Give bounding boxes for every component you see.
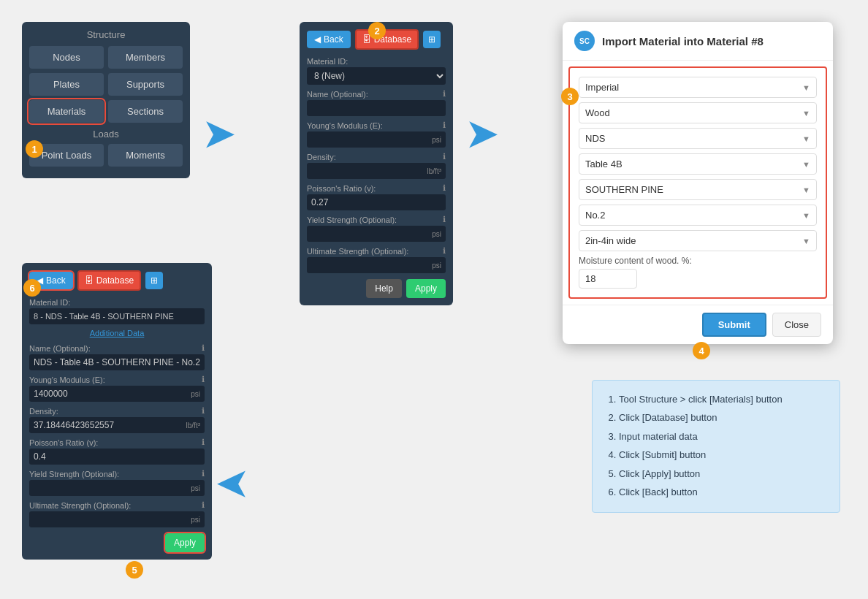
filled-name-label: Name (Optional): ℹ	[29, 343, 205, 353]
database-button-panel2[interactable]: 🗄 Database	[355, 29, 419, 50]
members-button[interactable]: Members	[108, 46, 183, 69]
density-unit: lb/ft³	[427, 167, 441, 175]
instruction-3: Input material data	[619, 428, 826, 445]
help-button[interactable]: Help	[366, 279, 402, 298]
dropdown-table[interactable]: Table 4B ▼	[579, 153, 817, 175]
supports-button[interactable]: Supports	[108, 73, 183, 96]
apply-button-panel2[interactable]: Apply	[406, 279, 446, 298]
structure-title: Structure	[29, 29, 183, 40]
arrow-down-left: ➤	[216, 465, 247, 507]
grid-icon-button[interactable]: ⊞	[423, 31, 441, 48]
dropdown-species[interactable]: SOUTHERN PINE ▼	[579, 179, 817, 200]
dropdown-grade[interactable]: No.2 ▼	[579, 205, 817, 226]
instruction-5: Click [Apply] button	[619, 465, 826, 482]
filled-material-id-label: Material ID:	[29, 298, 205, 307]
chevron-icon-3: ▼	[802, 134, 810, 143]
moments-button[interactable]: Moments	[108, 144, 183, 167]
filled-material-id-select[interactable]: 8 - NDS - Table 4B - SOUTHERN PINE	[29, 308, 205, 324]
yield-unit: psi	[432, 230, 441, 238]
filled-yield-input[interactable]	[29, 480, 205, 496]
chevron-icon-6: ▼	[802, 211, 810, 220]
moisture-label: Moisture content of wood. %:	[579, 256, 817, 266]
additional-data-link[interactable]: Additional Data	[29, 329, 205, 337]
material-form-panel: ◀ Back 🗄 Database ⊞ Material ID: 8 (New)…	[300, 22, 453, 305]
dialog-body: Imperial ▼ Wood ▼ NDS ▼ Table 4B ▼ SOUTH…	[568, 66, 827, 299]
ultimate-label: Ultimate Strength (Optional): ℹ	[307, 246, 446, 256]
dialog-footer: Submit Close	[563, 305, 833, 344]
yield-label: Yield Strength (Optional): ℹ	[307, 215, 446, 224]
database-button-filled[interactable]: 🗄 Database	[77, 270, 141, 291]
arrow-right-1: ➤	[203, 113, 234, 156]
apply-button-filled[interactable]: Apply	[165, 533, 205, 552]
poissons-label: Poisson's Ratio (v): ℹ	[307, 183, 446, 193]
name-input[interactable]	[307, 100, 446, 116]
close-button[interactable]: Close	[772, 313, 821, 337]
youngs-input[interactable]	[307, 131, 446, 148]
loads-buttons: Point Loads Moments	[29, 144, 183, 167]
filled-yield-info-icon: ℹ	[202, 469, 205, 478]
filled-ultimate-input[interactable]	[29, 511, 205, 527]
dropdown-nds[interactable]: NDS ▼	[579, 128, 817, 149]
density-info-icon: ℹ	[443, 152, 446, 161]
filled-yield-field: psi	[29, 480, 205, 496]
filled-density-field: lb/ft³	[29, 417, 205, 433]
ultimate-unit: psi	[432, 262, 441, 270]
filled-density-unit: lb/ft³	[186, 421, 200, 430]
yield-input[interactable]	[307, 226, 446, 242]
youngs-field: psi	[307, 131, 446, 148]
density-input[interactable]	[307, 163, 446, 179]
dropdown-imperial[interactable]: Imperial ▼	[579, 77, 817, 98]
import-dialog: SC Import Material into Material #8 Impe…	[563, 22, 833, 344]
back-button-panel2[interactable]: ◀ Back	[307, 31, 351, 48]
filled-poissons-label: Poisson's Ratio (v): ℹ	[29, 438, 205, 447]
skyciv-logo: SC	[574, 31, 595, 51]
arrow-right-2: ➤	[466, 113, 497, 156]
dropdown-wood[interactable]: Wood ▼	[579, 102, 817, 123]
poissons-input[interactable]	[307, 194, 446, 210]
material-id-label: Material ID:	[307, 57, 446, 66]
nodes-button[interactable]: Nodes	[29, 46, 104, 69]
instruction-6: Click [Back] button	[619, 484, 826, 500]
grid-icon-button-2[interactable]: ⊞	[145, 272, 163, 289]
filled-yield-label: Yield Strength (Optional): ℹ	[29, 469, 205, 478]
dialog-title: Import Material into Material #8	[602, 35, 764, 47]
submit-button[interactable]: Submit	[702, 313, 766, 337]
material-id-select[interactable]: 8 (New)	[307, 67, 446, 85]
ultimate-info-icon: ℹ	[443, 246, 446, 256]
back-arrow-icon: ◀	[314, 34, 321, 45]
filled-ultimate-label: Ultimate Strength (Optional): ℹ	[29, 500, 205, 510]
filled-name-input[interactable]	[29, 354, 205, 370]
filled-density-input[interactable]	[29, 417, 205, 433]
instructions-box: Tool Structure > click [Materials] butto…	[592, 380, 840, 513]
filled-density-info-icon: ℹ	[202, 406, 205, 416]
filled-poissons-info-icon: ℹ	[202, 438, 205, 447]
filled-ultimate-field: psi	[29, 511, 205, 527]
badge-1: 1	[26, 140, 43, 158]
youngs-label: Young's Modulus (E): ℹ	[307, 121, 446, 130]
structure-buttons: Nodes Members Plates Supports Materials …	[29, 46, 183, 123]
filled-material-panel: ◀ Back 🗄 Database ⊞ Material ID: 8 - NDS…	[22, 263, 212, 560]
dialog-header: SC Import Material into Material #8	[563, 22, 833, 61]
moisture-input[interactable]	[579, 269, 637, 289]
dropdown-size[interactable]: 2in-4in wide ▼	[579, 230, 817, 251]
ultimate-field: psi	[307, 257, 446, 273]
loads-title: Loads	[29, 129, 183, 140]
filled-yield-unit: psi	[191, 484, 200, 492]
ultimate-input[interactable]	[307, 257, 446, 273]
filled-poissons-input[interactable]	[29, 449, 205, 465]
chevron-icon-4: ▼	[802, 160, 810, 169]
youngs-unit: psi	[432, 136, 441, 144]
plates-button[interactable]: Plates	[29, 73, 104, 96]
materials-button[interactable]: Materials	[29, 100, 104, 123]
filled-top-bar: ◀ Back 🗄 Database ⊞	[29, 270, 205, 291]
filled-youngs-unit: psi	[191, 390, 200, 398]
poissons-info-icon: ℹ	[443, 183, 446, 193]
sections-button[interactable]: Sections	[108, 100, 183, 123]
density-label: Density: ℹ	[307, 152, 446, 161]
chevron-icon-5: ▼	[802, 186, 810, 194]
instructions-list: Tool Structure > click [Materials] butto…	[606, 391, 826, 500]
filled-youngs-input[interactable]	[29, 386, 205, 402]
filled-youngs-info-icon: ℹ	[202, 375, 205, 384]
filled-youngs-field: psi	[29, 386, 205, 402]
yield-info-icon: ℹ	[443, 215, 446, 224]
